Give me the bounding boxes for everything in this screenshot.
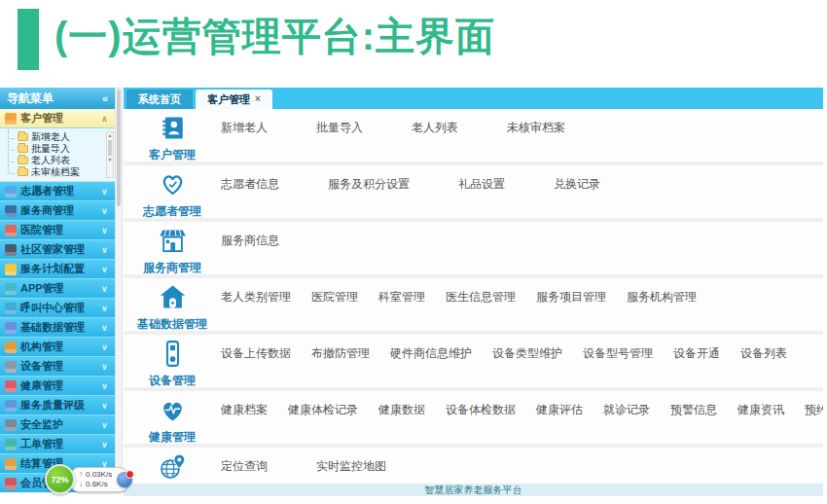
chevron-down-icon: ∨: [101, 323, 110, 333]
scroll-up-icon[interactable]: ▴: [107, 132, 113, 139]
submenu-scrollbar-thumb[interactable]: [108, 140, 112, 156]
sidebar-item-label: 健康管理: [20, 378, 97, 393]
sidebar-item-7[interactable]: APP管理∨: [0, 279, 115, 299]
contact-book-icon: [159, 114, 187, 146]
module-label: 基础数据管理: [137, 316, 207, 333]
module-link[interactable]: 服务商信息: [221, 233, 279, 274]
collapse-left-icon[interactable]: «: [102, 88, 108, 109]
module-link[interactable]: 兑换记录: [554, 176, 600, 218]
module-link[interactable]: 就诊记录: [603, 402, 650, 444]
module-icon-cell: 志愿者管理: [124, 165, 221, 218]
module-link[interactable]: 健康档案: [221, 402, 268, 444]
tab-close-icon[interactable]: ×: [255, 94, 261, 104]
module-link[interactable]: 医院管理: [311, 289, 358, 331]
browser-ball-icon[interactable]: [117, 472, 132, 487]
module-link[interactable]: 定位查询: [221, 458, 268, 484]
module-row-4: 基础数据管理老人类别管理医院管理科室管理医生信息管理服务项目管理服务机构管理: [124, 278, 823, 331]
module-icon-cell: 设备管理: [124, 335, 221, 387]
module-link[interactable]: 设备型号管理: [583, 345, 653, 387]
sidebar: 导航菜单 « 客户管理∧新增老人批量导入老人列表未审核档案▴▾志愿者管理∨服务商…: [0, 88, 115, 492]
sidebar-item-6[interactable]: 服务计划配置∨: [0, 260, 115, 279]
module-link[interactable]: 礼品设置: [458, 176, 505, 218]
sidebar-item-8[interactable]: 呼叫中心管理∨: [0, 299, 115, 318]
quality-icon: [5, 400, 17, 412]
sidebar-item-4[interactable]: 医院管理∨: [0, 221, 115, 240]
sidebar-item-2[interactable]: 志愿者管理∨: [0, 182, 115, 201]
footer-bar: 智慧居家养老服务平台: [124, 484, 823, 496]
module-link[interactable]: 健康资讯: [737, 402, 784, 444]
module-link[interactable]: 健康数据: [378, 402, 425, 444]
chevron-down-icon: ∨: [101, 440, 110, 450]
sidebar-item-label: 客户管理: [20, 111, 97, 126]
module-link[interactable]: 老人列表: [412, 120, 458, 162]
module-link[interactable]: 老人类别管理: [221, 289, 291, 331]
sidebar-item-10[interactable]: 机构管理∨: [0, 338, 115, 357]
sidebar-item-5[interactable]: 社区管家管理∨: [0, 240, 115, 260]
chevron-down-icon: ∨: [101, 284, 110, 294]
page-title: (一)运营管理平台:主界面: [54, 10, 495, 63]
module-link[interactable]: 新增老人: [221, 120, 268, 162]
memory-percent-ball[interactable]: 72%: [45, 464, 75, 494]
module-link[interactable]: 健康体检记录: [288, 402, 358, 444]
sidebar-item-13[interactable]: 服务质量评级∨: [0, 396, 115, 415]
sidebar-scrollbar[interactable]: [115, 88, 123, 492]
tree-line: [8, 153, 15, 162]
main-panel: 系统首页客户管理× 客户管理新增老人批量导入老人列表未核审档案志愿者管理志愿者信…: [124, 88, 823, 496]
sidebar-item-label: 安全监护: [20, 417, 97, 432]
tab-2[interactable]: 客户管理×: [196, 90, 272, 109]
module-link[interactable]: 设备开通: [673, 345, 720, 387]
submenu-scrollbar[interactable]: ▴▾: [106, 131, 114, 178]
module-links: 老人类别管理医院管理科室管理医生信息管理服务项目管理服务机构管理: [221, 278, 823, 331]
tab-1[interactable]: 系统首页: [126, 90, 193, 109]
module-label: 客户管理: [149, 147, 196, 163]
module-row-7: 定位管理定位查询实时监控地图: [124, 448, 823, 484]
sidebar-item-15[interactable]: 工单管理∨: [0, 435, 115, 454]
butler-icon: [5, 244, 17, 256]
sidebar-item-label: 社区管家管理: [20, 242, 97, 257]
module-link[interactable]: 服务项目管理: [536, 289, 606, 331]
globe-pin-icon: [159, 452, 187, 484]
sidebar-item-12[interactable]: 健康管理∨: [0, 377, 115, 396]
sidebar-item-9[interactable]: 基础数据管理∨: [0, 318, 115, 338]
scrollbar-thumb[interactable]: [117, 90, 121, 206]
chevron-down-icon: ∨: [101, 420, 110, 430]
netspeed-widget[interactable]: 72% ↑ 0.03K/s ↓ 0.6K/s: [45, 464, 132, 494]
sidebar-header[interactable]: 导航菜单 «: [0, 88, 115, 109]
folder-icon: [18, 133, 28, 141]
module-link[interactable]: 设备上传数据: [221, 345, 291, 387]
module-icon-cell: 客户管理: [124, 109, 221, 162]
upload-arrow-icon: ↑: [79, 470, 83, 480]
module-link[interactable]: 设备类型维护: [492, 345, 562, 387]
module-link[interactable]: 服务及积分设置: [328, 176, 410, 218]
module-link[interactable]: 预警信息: [670, 402, 717, 444]
module-link[interactable]: 设备列表: [740, 345, 787, 387]
module-link[interactable]: 服务机构管理: [627, 289, 697, 331]
module-link[interactable]: 批量导入: [316, 120, 363, 162]
module-link[interactable]: 志愿者信息: [221, 176, 279, 218]
sidebar-menu: 客户管理∧新增老人批量导入老人列表未审核档案▴▾志愿者管理∨服务商管理∨医院管理…: [0, 109, 115, 492]
equipment-icon: [5, 361, 17, 373]
module-links: 健康档案健康体检记录健康数据设备体检数据健康评估就诊记录预警信息健康资讯预约挂号…: [221, 391, 823, 444]
module-link[interactable]: 设备体检数据: [446, 402, 516, 444]
upload-speed: 0.03K/s: [86, 470, 112, 480]
module-link[interactable]: 健康评估: [536, 402, 583, 444]
sidebar-item-3[interactable]: 服务商管理∨: [0, 201, 115, 221]
download-arrow-icon: ↓: [79, 480, 83, 489]
sidebar-item-11[interactable]: 设备管理∨: [0, 357, 115, 377]
module-link[interactable]: 医生信息管理: [446, 289, 516, 331]
module-link[interactable]: 布撤防管理: [311, 345, 370, 387]
sidebar-item-1[interactable]: 客户管理∧: [0, 109, 115, 128]
module-link[interactable]: 预约挂号管理: [805, 402, 823, 444]
title-accent-bar: [18, 9, 39, 70]
module-link[interactable]: 科室管理: [378, 289, 425, 331]
sidebar-subitem[interactable]: 未审核档案: [8, 166, 113, 178]
module-label: 志愿者管理: [143, 203, 201, 220]
sidebar-header-title: 导航菜单: [7, 88, 54, 109]
chevron-down-icon: ∨: [101, 226, 110, 235]
sidebar-item-14[interactable]: 安全监护∨: [0, 415, 115, 435]
app-window: 导航菜单 « 客户管理∧新增老人批量导入老人列表未审核档案▴▾志愿者管理∨服务商…: [0, 88, 827, 496]
scroll-down-icon[interactable]: ▾: [107, 157, 113, 163]
module-link[interactable]: 未核审档案: [507, 120, 565, 162]
module-link[interactable]: 硬件商信息维护: [390, 345, 472, 387]
module-link[interactable]: 实时监控地图: [316, 458, 386, 484]
